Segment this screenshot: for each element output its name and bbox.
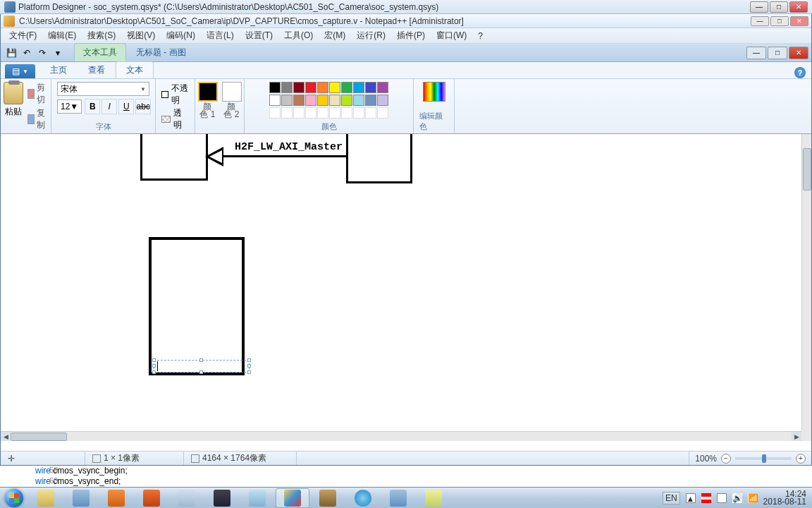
- palette-swatch[interactable]: [329, 95, 340, 106]
- cut-button[interactable]: 剪切: [27, 82, 48, 106]
- ribbon-tab-view[interactable]: 查看: [78, 61, 116, 78]
- bg-maximize-button[interactable]: □: [770, 1, 788, 13]
- sel-handle[interactable]: [152, 364, 156, 368]
- menu-encoding[interactable]: 编码(N): [161, 28, 201, 43]
- sel-handle[interactable]: [247, 358, 251, 362]
- bg-opaque-option[interactable]: 不透明: [161, 83, 189, 107]
- tray-volume-icon[interactable]: 🔊: [732, 493, 742, 503]
- palette-swatch-empty[interactable]: [341, 107, 352, 119]
- menu-search[interactable]: 搜索(S): [82, 28, 121, 43]
- menu-window[interactable]: 窗口(W): [431, 28, 472, 43]
- palette-swatch[interactable]: [317, 82, 328, 93]
- bg-minimize-button[interactable]: —: [750, 1, 768, 13]
- ribbon-tab-home[interactable]: 主页: [39, 61, 78, 78]
- npp-maximize-button[interactable]: □: [770, 16, 789, 26]
- palette-swatch[interactable]: [353, 95, 364, 106]
- zoom-in-button[interactable]: +: [796, 454, 806, 464]
- palette-swatch[interactable]: [341, 95, 352, 106]
- menu-settings[interactable]: 设置(T): [240, 28, 278, 43]
- palette-swatch[interactable]: [365, 95, 376, 106]
- paint-close-button[interactable]: ✕: [789, 47, 808, 59]
- menu-file[interactable]: 文件(F): [4, 28, 42, 43]
- menu-language[interactable]: 语言(L): [201, 28, 240, 43]
- vscroll-thumb[interactable]: [803, 148, 811, 190]
- strike-button[interactable]: abc: [135, 99, 151, 114]
- tray-flag-icon[interactable]: [701, 493, 711, 503]
- zoom-out-button[interactable]: −: [721, 454, 731, 464]
- palette-swatch-empty[interactable]: [329, 107, 340, 119]
- palette-swatch[interactable]: [365, 82, 376, 93]
- menu-help[interactable]: ?: [472, 30, 488, 42]
- palette-swatch[interactable]: [305, 95, 316, 106]
- palette-swatch[interactable]: [353, 82, 364, 93]
- canvas-viewport[interactable]: H2F_LW_AXI_Master: [1, 134, 801, 431]
- npp-minimize-button[interactable]: —: [751, 16, 769, 26]
- menu-plugins[interactable]: 插件(P): [391, 28, 431, 43]
- qa-redo-icon[interactable]: ↷: [36, 47, 49, 59]
- tray-language[interactable]: EN: [663, 492, 680, 504]
- zoom-slider[interactable]: [735, 457, 792, 460]
- color1-button[interactable]: 颜色 1: [198, 82, 218, 119]
- qa-undo-icon[interactable]: ↶: [20, 47, 33, 59]
- canvas-hscrollbar[interactable]: ◀ ▶: [1, 431, 801, 441]
- sel-handle[interactable]: [199, 358, 203, 362]
- palette-swatch-empty[interactable]: [317, 107, 328, 119]
- sel-handle[interactable]: [152, 358, 156, 362]
- taskbar-browser[interactable]: [346, 488, 380, 508]
- taskbar-chart[interactable]: [417, 488, 450, 508]
- palette-swatch-empty[interactable]: [377, 107, 388, 119]
- tray-action-icon[interactable]: [717, 493, 727, 503]
- taskbar-window[interactable]: [170, 488, 204, 508]
- menu-tools[interactable]: 工具(O): [278, 28, 319, 43]
- palette-swatch[interactable]: [317, 95, 328, 106]
- font-size-combo[interactable]: 12▼: [57, 99, 82, 114]
- palette-swatch[interactable]: [305, 82, 316, 93]
- palette-swatch-empty[interactable]: [365, 107, 376, 119]
- qa-customize-icon[interactable]: ▾: [51, 47, 64, 59]
- edit-colors-button[interactable]: [423, 82, 445, 102]
- bold-button[interactable]: B: [85, 99, 100, 114]
- qa-save-icon[interactable]: 💾: [5, 47, 18, 59]
- palette-swatch-empty[interactable]: [353, 107, 364, 119]
- taskbar-notepad[interactable]: [240, 488, 274, 508]
- palette-swatch[interactable]: [281, 95, 293, 106]
- taskbar-paint[interactable]: [276, 488, 309, 508]
- bg-close-button[interactable]: ✕: [789, 1, 808, 13]
- bg-transparent-option[interactable]: 透明: [161, 107, 189, 131]
- zoom-slider-thumb[interactable]: [762, 454, 766, 463]
- palette-swatch[interactable]: [293, 82, 304, 93]
- taskbar-archive[interactable]: [311, 488, 345, 508]
- taskbar-quartus[interactable]: [64, 488, 98, 508]
- taskbar-foxit[interactable]: [99, 488, 133, 508]
- color2-button[interactable]: 颜色 2: [222, 82, 242, 119]
- sel-handle[interactable]: [247, 370, 251, 374]
- menu-run[interactable]: 运行(R): [351, 28, 391, 43]
- palette-swatch[interactable]: [281, 82, 293, 93]
- canvas-vscrollbar[interactable]: [801, 134, 811, 431]
- ribbon-tab-text[interactable]: 文本: [116, 61, 154, 78]
- palette-swatch[interactable]: [293, 95, 304, 106]
- hscroll-left-icon[interactable]: ◀: [1, 432, 11, 441]
- taskbar-eclipse[interactable]: [205, 488, 239, 508]
- palette-swatch[interactable]: [341, 82, 352, 93]
- tray-icon[interactable]: ▲: [686, 493, 696, 503]
- tray-clock[interactable]: 14:24 2018-08-11: [763, 490, 806, 506]
- menu-edit[interactable]: 编辑(E): [42, 28, 82, 43]
- palette-swatch-empty[interactable]: [293, 107, 304, 119]
- font-name-combo[interactable]: 宋体▼: [57, 82, 149, 96]
- menu-view[interactable]: 视图(V): [121, 28, 161, 43]
- palette-swatch-empty[interactable]: [305, 107, 316, 119]
- taskbar-network[interactable]: [381, 488, 415, 508]
- hscroll-right-icon[interactable]: ▶: [792, 432, 801, 441]
- palette-swatch[interactable]: [377, 82, 388, 93]
- paste-button[interactable]: 粘贴: [4, 82, 23, 131]
- palette-swatch[interactable]: [269, 95, 281, 106]
- paint-minimize-button[interactable]: —: [746, 47, 766, 59]
- copy-button[interactable]: 复制: [27, 107, 48, 131]
- npp-close-button[interactable]: ✕: [790, 16, 808, 26]
- underline-button[interactable]: U: [118, 99, 134, 114]
- text-selection-box[interactable]: [154, 360, 250, 373]
- palette-swatch-empty[interactable]: [281, 107, 293, 119]
- sel-handle[interactable]: [152, 370, 156, 374]
- sel-handle[interactable]: [247, 364, 251, 368]
